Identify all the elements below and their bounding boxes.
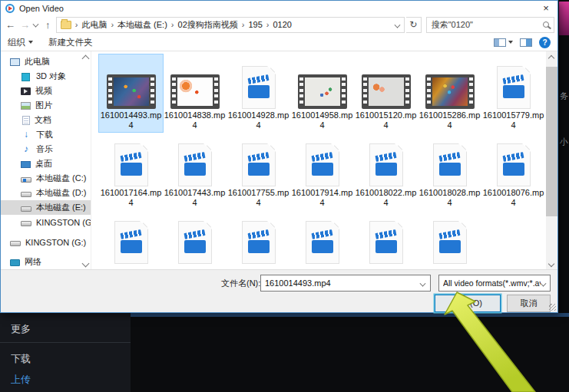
breadcrumb-item[interactable]: 195 <box>248 20 262 29</box>
forward-icon[interactable]: → <box>18 19 31 31</box>
breadcrumb-item[interactable]: 本地磁盘 (E:) <box>117 19 167 31</box>
sidebar-item-drive-os[interactable]: 本地磁盘 (C:) <box>1 171 91 186</box>
breadcrumb-item[interactable]: 02搜狗指南视频 <box>178 19 238 31</box>
file-item[interactable]: 1610017443.mp4 <box>163 132 227 209</box>
file-item[interactable] <box>290 209 354 265</box>
change-view-button[interactable] <box>494 38 513 47</box>
sidebar-item-video[interactable]: 视频 <box>1 84 91 98</box>
dialog-title: Open Video <box>19 4 64 13</box>
bg-edge-text-fragment: 务 <box>560 91 568 102</box>
filename-label: 文件名(N): <box>221 278 260 289</box>
bg-menu-upload[interactable]: 上传 <box>11 373 31 387</box>
file-item[interactable]: 1610015120.mp4 <box>354 54 418 132</box>
breadcrumb-separator: › <box>111 20 114 29</box>
new-folder-button[interactable]: 新建文件夹 <box>48 37 93 48</box>
filename-input[interactable]: 1610014493.mp4 <box>260 275 431 292</box>
file-item[interactable]: 1610017164.mp4 <box>99 132 163 209</box>
scroll-up-icon[interactable] <box>548 55 554 61</box>
network-icon <box>10 259 20 266</box>
refresh-icon[interactable]: ↻ <box>406 17 422 33</box>
bg-menu-download[interactable]: 下载 <box>11 352 31 366</box>
search-input[interactable]: 搜索"0120" <box>426 17 554 33</box>
computer-icon <box>10 58 20 66</box>
picture-icon <box>21 102 31 110</box>
file-name: 1610018028.mp4 <box>419 188 481 208</box>
sidebar-item-cube[interactable]: 3D 对象 <box>1 69 91 84</box>
up-icon[interactable]: ↑ <box>41 19 55 31</box>
file-name: 1610014958.mp4 <box>292 110 353 130</box>
sidebar-item-drive[interactable]: 本地磁盘 (E:) <box>1 200 91 215</box>
sidebar-item-music[interactable]: ♪音乐 <box>1 142 91 156</box>
video-file-icon <box>114 143 148 186</box>
file-item[interactable]: 1610014838.mp4 <box>163 54 227 132</box>
drive-icon <box>21 221 31 226</box>
cancel-button[interactable]: 取消 <box>507 295 551 312</box>
filetype-select[interactable]: All video formats(*.wmv;*.avi <box>438 275 551 292</box>
sidebar-item-drive[interactable]: KINGSTON (G:) <box>1 235 91 249</box>
sidebar-item-download[interactable]: ↓下载 <box>1 127 91 142</box>
sidebar-item-document[interactable]: 文档 <box>1 113 91 127</box>
open-button[interactable]: 打开(O) <box>435 295 501 312</box>
video-file-icon <box>369 143 403 186</box>
bg-menu-more[interactable]: 更多 <box>11 322 31 336</box>
scroll-down-icon[interactable] <box>548 261 554 267</box>
back-icon[interactable]: ← <box>4 19 17 31</box>
preview-pane-icon[interactable] <box>520 38 532 47</box>
video-file-icon <box>114 221 148 264</box>
recent-locations-icon[interactable] <box>33 21 40 28</box>
file-name: 1610014838.mp4 <box>164 110 226 130</box>
file-item[interactable]: 1610015286.mp4 <box>418 54 481 132</box>
music-icon: ♪ <box>21 144 31 154</box>
video-file-icon <box>178 143 212 186</box>
cube-icon <box>22 73 30 81</box>
sidebar-item-network[interactable]: 网络 <box>1 255 91 269</box>
file-name: 1610017755.mp4 <box>228 188 289 208</box>
file-item[interactable] <box>99 209 163 265</box>
file-name: 1610015286.mp4 <box>419 110 481 130</box>
address-dropdown-icon[interactable] <box>394 21 400 28</box>
sidebar-item-drive[interactable]: KINGSTON (G:) <box>1 215 91 229</box>
navigation-bar: ← → ↑ › 此电脑›本地磁盘 (E:)›02搜狗指南视频›195›0120 … <box>1 15 557 34</box>
video-file-icon <box>306 143 339 186</box>
filetype-value: All video formats(*.wmv;*.avi <box>443 278 541 288</box>
breadcrumb-item[interactable]: 此电脑 <box>81 19 107 31</box>
sidebar-item-computer[interactable]: 此电脑 <box>1 54 91 69</box>
resize-grip[interactable] <box>549 304 556 311</box>
drive-icon <box>10 241 21 246</box>
file-name: 1610015779.mp4 <box>483 110 544 130</box>
file-scrollbar[interactable] <box>546 51 557 271</box>
thumbnails-view-icon <box>494 38 506 47</box>
organize-button[interactable]: 组织 <box>8 37 33 48</box>
sidebar-item-picture[interactable]: 图片 <box>1 98 91 113</box>
file-item[interactable]: 1610015779.mp4 <box>481 54 545 132</box>
file-item[interactable] <box>418 209 481 265</box>
scrollbar-thumb[interactable] <box>546 67 557 216</box>
file-item[interactable]: 1610017755.mp4 <box>227 132 290 209</box>
file-item[interactable]: 1610018076.mp4 <box>481 132 545 209</box>
sidebar-item-label: 3D 对象 <box>36 71 66 82</box>
help-icon[interactable]: ? <box>539 37 551 48</box>
address-bar[interactable]: › 此电脑›本地磁盘 (E:)›02搜狗指南视频›195›0120 <box>56 17 405 33</box>
sidebar-item-label: 桌面 <box>35 158 52 170</box>
file-item[interactable]: 1610014493.mp4 <box>99 54 163 132</box>
chevron-down-icon[interactable] <box>420 280 426 286</box>
breadcrumb-item[interactable]: 0120 <box>273 20 291 29</box>
sidebar-item-drive[interactable]: 本地磁盘 (D:) <box>1 186 91 200</box>
file-item[interactable] <box>354 209 418 265</box>
chevron-down-icon <box>541 280 547 286</box>
file-item[interactable]: 1610018022.mp4 <box>354 132 418 209</box>
file-item[interactable]: 1610017914.mp4 <box>290 132 354 209</box>
file-item[interactable] <box>227 209 290 265</box>
video-file-icon <box>433 143 467 186</box>
file-name: 1610015120.mp4 <box>356 110 417 130</box>
sidebar-item-desktop[interactable]: 桌面 <box>1 156 91 171</box>
drive-os-icon <box>21 177 31 183</box>
breadcrumb-separator: › <box>75 20 78 29</box>
file-item[interactable]: 1610014928.mp4 <box>227 54 290 132</box>
bg-edge-text-fragment: 小 <box>560 137 568 148</box>
title-bar: Open Video × <box>1 1 557 15</box>
file-item[interactable]: 1610014958.mp4 <box>290 54 354 132</box>
file-item[interactable]: 1610018028.mp4 <box>418 132 481 209</box>
file-item[interactable] <box>163 209 227 265</box>
close-icon[interactable]: × <box>539 2 553 14</box>
